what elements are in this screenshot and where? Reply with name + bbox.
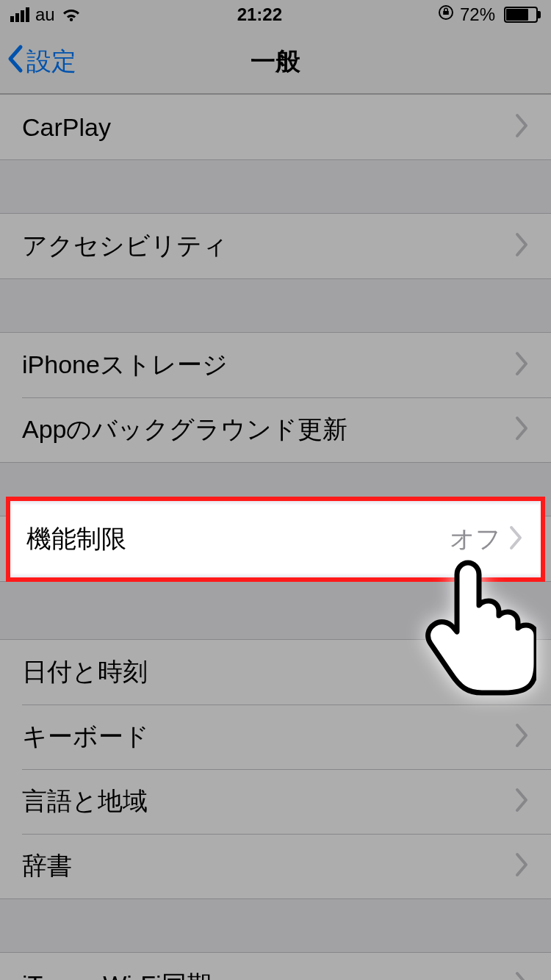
chevron-right-icon	[514, 788, 529, 815]
group-carplay: CarPlay	[0, 94, 551, 160]
row-label: 辞書	[22, 849, 514, 883]
row-value: オフ	[450, 522, 501, 556]
row-keyboard[interactable]: キーボード	[0, 705, 551, 769]
chevron-right-icon	[514, 232, 529, 260]
status-bar: au 21:22 72%	[0, 0, 551, 29]
signal-icon	[10, 7, 29, 22]
row-label: キーボード	[22, 720, 514, 754]
wifi-icon	[61, 7, 82, 23]
row-itunes-wifi-sync[interactable]: iTunes Wi-Fi同期	[0, 953, 551, 980]
row-accessibility[interactable]: アクセシビリティ	[0, 214, 551, 278]
chevron-right-icon	[514, 852, 529, 880]
row-language-region[interactable]: 言語と地域	[0, 769, 551, 834]
chevron-right-icon	[514, 113, 529, 141]
hand-pointer-icon	[419, 560, 536, 702]
chevron-right-icon	[514, 723, 529, 751]
chevron-right-icon	[508, 525, 523, 553]
group-accessibility: アクセシビリティ	[0, 213, 551, 279]
row-label: アクセシビリティ	[22, 229, 514, 263]
chevron-right-icon	[514, 351, 529, 379]
status-time: 21:22	[237, 4, 282, 25]
row-carplay[interactable]: CarPlay	[0, 95, 551, 159]
row-label: 機能制限	[26, 522, 450, 556]
battery-icon	[501, 7, 541, 23]
nav-bar: 設定 一般	[0, 29, 551, 94]
carrier-label: au	[35, 4, 55, 25]
chevron-right-icon	[514, 971, 529, 980]
chevron-left-icon	[6, 44, 25, 79]
row-label: 言語と地域	[22, 785, 514, 818]
status-right: 72%	[438, 4, 541, 25]
group-storage: iPhoneストレージ Appのバックグラウンド更新	[0, 332, 551, 463]
group-itunes: iTunes Wi-Fi同期	[0, 952, 551, 980]
nav-title: 一般	[251, 45, 300, 79]
row-label: CarPlay	[22, 113, 514, 142]
back-label: 設定	[26, 45, 76, 79]
row-label: Appのバックグラウンド更新	[22, 413, 514, 447]
row-iphone-storage[interactable]: iPhoneストレージ	[0, 333, 551, 397]
orientation-lock-icon	[438, 4, 454, 25]
row-background-refresh[interactable]: Appのバックグラウンド更新	[0, 397, 551, 462]
row-dictionary[interactable]: 辞書	[0, 834, 551, 898]
back-button[interactable]: 設定	[6, 29, 76, 93]
battery-percent: 72%	[460, 4, 495, 25]
row-label: iTunes Wi-Fi同期	[22, 968, 514, 980]
row-label: iPhoneストレージ	[22, 348, 514, 382]
chevron-right-icon	[514, 416, 529, 444]
status-left: au	[10, 4, 82, 25]
